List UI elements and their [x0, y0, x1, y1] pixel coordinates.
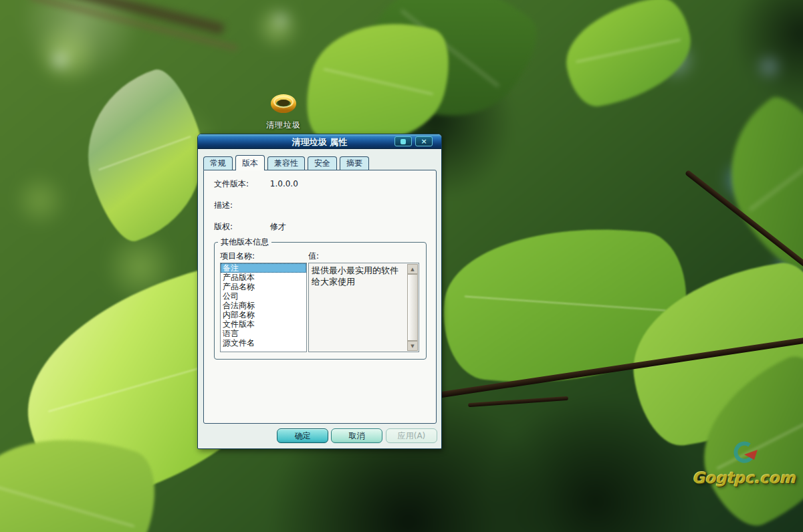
field-value: 修才	[261, 221, 286, 233]
list-item[interactable]: 源文件名	[221, 338, 306, 348]
scroll-up-icon[interactable]: ▲	[407, 264, 418, 274]
field-label: 描述:	[214, 200, 259, 211]
apply-button[interactable]: 应用(A)	[386, 428, 437, 443]
list-item[interactable]: 备注	[221, 263, 306, 273]
scroll-down-icon[interactable]: ▼	[407, 341, 418, 351]
list-item[interactable]: 产品名称	[221, 282, 306, 291]
desktop-icon-label: 清理垃圾	[255, 120, 312, 131]
dialog-titlebar[interactable]: 清理垃圾 属性 ×	[198, 134, 441, 149]
help-icon	[400, 139, 406, 144]
properties-dialog: 清理垃圾 属性 × 常规 版本 兼容性 安全 摘要 文件版本: 1.0.0.0 …	[197, 134, 442, 449]
field-file-version: 文件版本: 1.0.0.0	[214, 178, 298, 190]
tab-compatibility[interactable]: 兼容性	[267, 156, 305, 170]
field-copyright: 版权: 修才	[214, 221, 286, 233]
list-item[interactable]: 内部名称	[221, 310, 306, 319]
list-item[interactable]: 语言	[221, 329, 306, 338]
tab-general[interactable]: 常规	[203, 156, 233, 170]
tab-summary[interactable]: 摘要	[340, 156, 369, 170]
list-item[interactable]: 合法商标	[221, 301, 306, 310]
other-version-info-group: 其他版本信息 项目名称: 值: 备注 产品版本 产品名称 公司 合法商标 内部名…	[214, 237, 427, 360]
ok-button[interactable]: 确定	[277, 428, 328, 443]
item-name-label: 项目名称:	[220, 251, 255, 262]
value-label: 值:	[308, 251, 319, 262]
field-value: 1.0.0.0	[261, 179, 298, 188]
close-button[interactable]: ×	[415, 136, 433, 146]
help-button[interactable]	[394, 136, 412, 146]
field-label: 版权:	[214, 221, 259, 233]
list-item[interactable]: 公司	[221, 291, 306, 301]
item-name-listbox[interactable]: 备注 产品版本 产品名称 公司 合法商标 内部名称 文件版本 语言 源文件名	[220, 263, 307, 352]
tab-bar: 常规 版本 兼容性 安全 摘要	[203, 155, 369, 170]
cancel-button[interactable]: 取消	[331, 428, 382, 443]
field-description: 描述:	[214, 200, 270, 211]
version-tab-panel: 文件版本: 1.0.0.0 描述: 版权: 修才 其他版本信息 项目名称: 值:…	[203, 170, 437, 424]
list-item[interactable]: 产品版本	[221, 273, 306, 282]
watermark-logo-icon	[725, 440, 763, 467]
field-label: 文件版本:	[214, 178, 259, 190]
watermark: Gogtpc.com	[689, 440, 799, 487]
value-box[interactable]: 提供最小最实用的软件给大家使用 ▲ ▼	[308, 263, 419, 352]
list-item[interactable]: 文件版本	[221, 319, 306, 329]
value-text: 提供最小最实用的软件给大家使用	[310, 264, 405, 288]
close-icon: ×	[421, 138, 427, 145]
desktop-icon-cleanup[interactable]: 清理垃圾	[255, 92, 312, 131]
tab-version[interactable]: 版本	[235, 155, 265, 170]
value-scrollbar[interactable]: ▲ ▼	[407, 264, 418, 351]
tab-security[interactable]: 安全	[308, 156, 337, 170]
group-title: 其他版本信息	[218, 237, 271, 248]
watermark-text: Gogtpc.com	[689, 469, 799, 487]
scrollbar-thumb[interactable]	[407, 274, 418, 341]
gold-ring-icon	[269, 92, 298, 115]
